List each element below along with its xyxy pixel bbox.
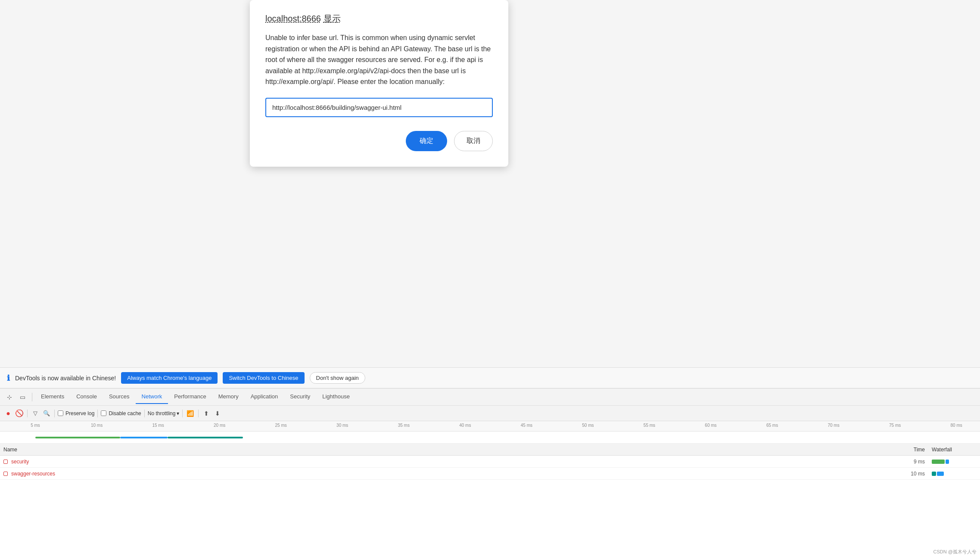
device-icon-button[interactable]: ▭	[16, 391, 28, 403]
dialog-modal: localhost:8666 显示 Unable to infer base u…	[250, 0, 508, 167]
toolbar-separator-4	[144, 410, 145, 417]
timeline-bar-row-1	[0, 432, 980, 444]
devtools-panel: ⊹ ▭ Elements Console Sources Network Per…	[0, 388, 980, 556]
tab-console[interactable]: Console	[70, 390, 103, 404]
dialog-header: localhost:8666 显示	[265, 13, 493, 25]
throttle-chevron-icon: ▾	[177, 410, 179, 416]
waterfall-bar-teal-swagger	[932, 472, 936, 476]
record-button[interactable]: ●	[3, 409, 13, 418]
row-waterfall-security	[928, 460, 980, 464]
preserve-log-checkbox-label[interactable]: Preserve log	[58, 410, 94, 416]
cancel-button[interactable]: 取消	[454, 131, 493, 151]
upload-icon[interactable]: ⬆	[202, 409, 211, 418]
tab-performance[interactable]: Performance	[168, 390, 212, 404]
tab-memory[interactable]: Memory	[212, 390, 245, 404]
dialog-buttons: 确定 取消	[265, 131, 493, 151]
toolbar-separator-6	[198, 410, 199, 417]
timeline-bar-green	[35, 437, 120, 438]
wifi-icon[interactable]: 📶	[186, 409, 195, 418]
preserve-log-label: Preserve log	[65, 410, 94, 416]
devtools-notification-bar: ℹ DevTools is now available in Chinese! …	[0, 367, 980, 388]
waterfall-bar-blue-security	[946, 460, 949, 464]
preserve-log-checkbox[interactable]	[58, 410, 63, 416]
row-indicator-security	[3, 460, 8, 464]
tab-elements[interactable]: Elements	[35, 390, 70, 404]
col-header-name: Name	[0, 447, 877, 453]
tab-application[interactable]: Application	[245, 390, 284, 404]
cursor-icon-button[interactable]: ⊹	[3, 391, 16, 403]
tab-lighthouse[interactable]: Lighthouse	[316, 390, 356, 404]
row-indicator-swagger	[3, 472, 8, 476]
dialog-header-underline: localhost:8666	[265, 14, 321, 23]
disable-cache-checkbox-label[interactable]: Disable cache	[101, 410, 141, 416]
throttle-select[interactable]: No throttling Fast 3G Slow 3G Offline	[148, 410, 176, 416]
search-icon[interactable]: 🔍	[42, 409, 51, 418]
match-language-button[interactable]: Always match Chrome's language	[121, 372, 218, 384]
dialog-header-suffix: 显示	[324, 14, 341, 23]
toolbar-separator-5	[182, 410, 183, 417]
dont-show-again-button[interactable]: Don't show again	[310, 372, 365, 384]
table-row[interactable]: swagger-resources 10 ms	[0, 468, 980, 480]
devtools-toolbar: ● 🚫 ▽ 🔍 Preserve log Disable cache No th…	[0, 406, 980, 421]
ruler-ticks-area: 5 ms 10 ms 15 ms 20 ms 25 ms 30 ms 35 ms…	[35, 421, 980, 431]
row-name-security: security	[0, 459, 877, 465]
clear-button[interactable]: 🚫	[15, 409, 24, 418]
waterfall-bar-green-security	[932, 460, 945, 464]
download-icon[interactable]: ⬇	[213, 409, 222, 418]
disable-cache-label: Disable cache	[109, 410, 141, 416]
timeline-bars-1	[35, 432, 980, 443]
tab-security[interactable]: Security	[284, 390, 316, 404]
toolbar-separator-3	[97, 410, 98, 417]
row-label-swagger: swagger-resources	[11, 471, 55, 477]
row-time-security: 9 ms	[877, 459, 928, 465]
timeline-bar-blue	[120, 437, 168, 438]
row-name-swagger: swagger-resources	[0, 471, 877, 477]
dialog-url-input[interactable]	[265, 98, 493, 117]
toolbar-separator-1	[27, 410, 28, 417]
filter-icon[interactable]: ▽	[31, 409, 40, 418]
row-label-security: security	[11, 459, 29, 465]
tab-sources[interactable]: Sources	[103, 390, 136, 404]
toolbar-separator-2	[54, 410, 55, 417]
tab-network[interactable]: Network	[136, 390, 168, 404]
dialog-body-text: Unable to infer base url. This is common…	[265, 32, 493, 87]
switch-to-chinese-button[interactable]: Switch DevTools to Chinese	[223, 372, 304, 384]
disable-cache-checkbox[interactable]	[101, 410, 106, 416]
table-row[interactable]: security 9 ms	[0, 456, 980, 468]
timeline-bar-teal	[168, 437, 243, 438]
confirm-button[interactable]: 确定	[406, 131, 447, 151]
watermark: CSDN @孤木兮人兮	[933, 549, 977, 555]
row-time-swagger: 10 ms	[877, 471, 928, 477]
waterfall-bar-blue-swagger	[937, 472, 944, 476]
tab-separator	[32, 393, 32, 401]
network-table[interactable]: Name Time Waterfall security 9 ms swagge…	[0, 444, 980, 556]
timeline-ruler: 5 ms 10 ms 15 ms 20 ms 25 ms 30 ms 35 ms…	[0, 421, 980, 432]
notification-message: DevTools is now available in Chinese!	[15, 375, 116, 382]
table-header: Name Time Waterfall	[0, 444, 980, 456]
devtools-tab-bar: ⊹ ▭ Elements Console Sources Network Per…	[0, 388, 980, 406]
row-waterfall-swagger	[928, 472, 980, 476]
col-header-waterfall: Waterfall	[928, 447, 980, 453]
info-icon: ℹ	[7, 373, 10, 383]
throttle-selector-wrapper[interactable]: No throttling Fast 3G Slow 3G Offline ▾	[148, 410, 179, 416]
col-header-time: Time	[877, 447, 928, 453]
